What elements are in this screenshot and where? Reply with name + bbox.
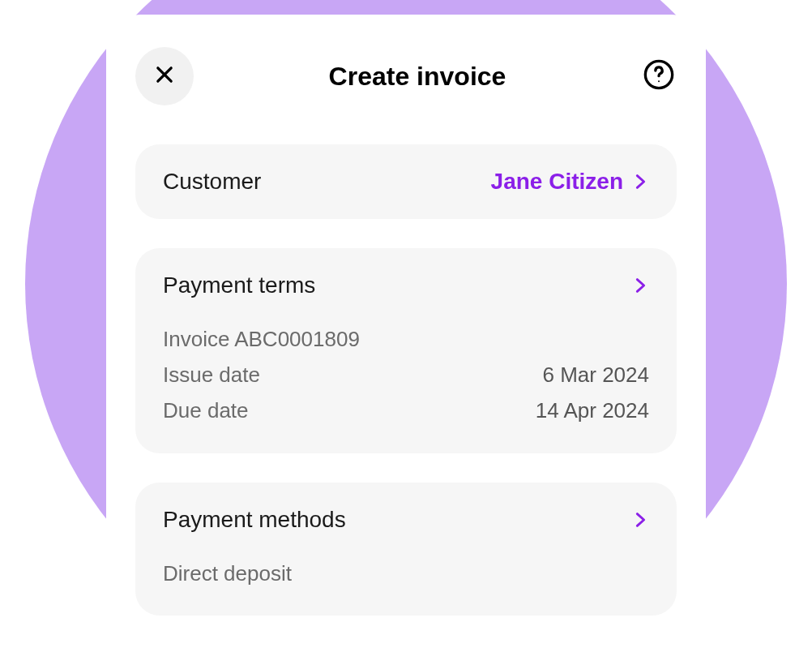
customer-label: Customer [163, 169, 261, 195]
help-button[interactable] [641, 58, 677, 94]
due-date-row: Due date 14 Apr 2024 [163, 393, 649, 428]
customer-value-wrap: Jane Citizen [491, 169, 649, 195]
issue-date-row: Issue date 6 Mar 2024 [163, 357, 649, 393]
customer-section[interactable]: Customer Jane Citizen [135, 144, 677, 219]
help-icon [643, 58, 675, 94]
payment-terms-section[interactable]: Payment terms Invoice ABC0001809 Issue d… [135, 248, 677, 453]
invoice-card: Create invoice Customer Jane Citizen [106, 15, 706, 665]
invoice-number: Invoice ABC0001809 [163, 321, 649, 357]
chevron-right-icon [631, 274, 649, 297]
close-icon [153, 63, 176, 89]
payment-methods-title: Payment methods [163, 507, 346, 533]
payment-methods-section[interactable]: Payment methods Direct deposit [135, 483, 677, 616]
chevron-right-icon [631, 508, 649, 531]
payment-method-value: Direct deposit [163, 556, 649, 591]
chevron-right-icon [631, 170, 649, 193]
card-header: Create invoice [135, 47, 677, 105]
due-date-value: 14 Apr 2024 [536, 393, 649, 428]
issue-date-label: Issue date [163, 357, 260, 393]
close-button[interactable] [135, 47, 194, 105]
issue-date-value: 6 Mar 2024 [542, 357, 649, 393]
due-date-label: Due date [163, 393, 249, 428]
payment-terms-title: Payment terms [163, 272, 315, 298]
page-title: Create invoice [194, 62, 641, 92]
customer-value: Jane Citizen [491, 169, 623, 195]
svg-point-3 [658, 80, 660, 82]
